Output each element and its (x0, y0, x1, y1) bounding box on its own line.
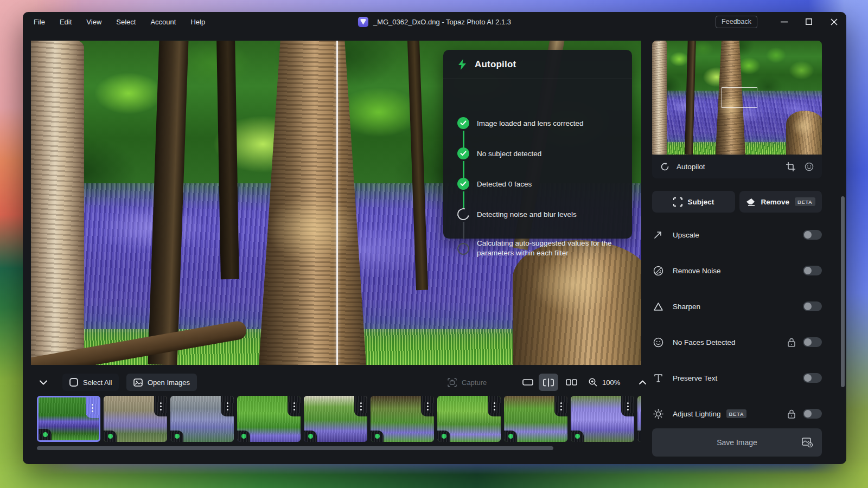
select-all-label: Select All (83, 378, 112, 387)
step-label: Image loaded and lens corrected (477, 119, 626, 129)
menu-account[interactable]: Account (150, 18, 176, 26)
face-detect-icon[interactable] (805, 162, 814, 171)
thumbnail-1-selected[interactable] (37, 396, 100, 442)
filmstrip-collapse-button[interactable] (34, 374, 53, 391)
zoom-control[interactable]: 100% (589, 374, 620, 391)
open-images-button[interactable]: Open Images (126, 374, 197, 391)
thumbnail-6[interactable] (371, 396, 434, 442)
app-window: File Edit View Select Account Help _MG_0… (23, 12, 846, 464)
thumbnail-menu-icon[interactable] (554, 396, 567, 416)
image-icon (133, 378, 143, 387)
crop-icon[interactable] (786, 162, 795, 171)
filter-row-adjust-lighting: Adjust Lighting BETA (652, 396, 822, 432)
menu-view[interactable]: View (86, 18, 101, 26)
thumbnail-9[interactable] (571, 396, 634, 442)
photo-canvas[interactable]: Autopilot Image loaded and lens correcte… (31, 41, 641, 365)
step-spinner-icon (455, 206, 471, 222)
remove-button[interactable]: Remove BETA (739, 191, 822, 213)
menu-help[interactable]: Help (190, 18, 205, 26)
view-mode-split-button[interactable] (539, 374, 558, 391)
sharpen-toggle[interactable] (803, 301, 822, 311)
thumbnail-10[interactable] (637, 396, 641, 442)
thumbnail-menu-icon[interactable] (421, 396, 434, 416)
view-mode-side-by-side-button[interactable] (561, 374, 581, 391)
thumbnail-menu-icon[interactable] (221, 396, 234, 416)
save-image-icon (802, 438, 813, 447)
minimize-button[interactable] (771, 12, 796, 31)
subject-brackets-icon (673, 197, 682, 207)
capture-label: Capture (462, 378, 487, 387)
thumbnail-status-dot (504, 431, 517, 442)
filter-row-face-recovery: No Faces Detected (652, 324, 822, 360)
zoom-menu-button[interactable] (634, 374, 650, 391)
preserve-text-toggle[interactable] (803, 373, 822, 383)
open-images-label: Open Images (148, 378, 190, 387)
step-done-icon (457, 117, 469, 129)
thumbnail-menu-icon[interactable] (354, 396, 367, 416)
filter-row-upscale: Upscale (652, 217, 822, 253)
subject-button-label: Subject (688, 198, 714, 206)
filmstrip-scrollbar[interactable] (37, 446, 553, 450)
thumbnail-menu-icon[interactable] (621, 396, 634, 416)
sun-icon (652, 409, 664, 419)
thumbnail-7[interactable] (437, 396, 501, 442)
upscale-toggle[interactable] (803, 230, 822, 240)
thumbnail-status-dot (571, 431, 584, 442)
compare-split-handle[interactable] (336, 41, 338, 365)
window-title: _MG_0362_DxO.dng - Topaz Photo AI 2.1.3 (373, 18, 511, 26)
refresh-icon[interactable] (660, 162, 669, 171)
thumbnail-menu-icon[interactable] (154, 396, 167, 416)
topaz-logo-icon (358, 17, 368, 27)
thumbnail-3[interactable] (170, 396, 234, 442)
zoom-value: 100% (602, 378, 620, 387)
thumbnail-4[interactable] (237, 396, 301, 442)
select-all-button[interactable]: Select All (62, 374, 119, 391)
feedback-button[interactable]: Feedback (716, 16, 757, 28)
sharpen-icon (652, 302, 664, 311)
subject-button[interactable]: Subject (652, 191, 735, 213)
face-recovery-toggle[interactable] (803, 337, 822, 347)
noise-icon (652, 266, 664, 276)
thumbnail-menu-icon[interactable] (288, 396, 301, 416)
menu-select[interactable]: Select (116, 18, 136, 26)
tree-trunk (31, 41, 84, 365)
autopilot-bar: Autopilot (652, 155, 822, 178)
thumbnail-status-dot (104, 431, 117, 442)
view-mode-single-button[interactable] (518, 374, 538, 391)
lightning-bolt-icon (458, 59, 467, 70)
sidebar-scrollbar[interactable] (841, 196, 845, 387)
menu-file[interactable]: File (34, 18, 45, 26)
menu-edit[interactable]: Edit (60, 18, 72, 26)
beta-badge: BETA (726, 409, 747, 418)
adjust-lighting-toggle[interactable] (803, 409, 822, 419)
close-button[interactable] (821, 12, 846, 31)
step-label: Calculating auto-suggested values for th… (477, 239, 626, 258)
thumbnail-menu-icon[interactable] (86, 397, 99, 418)
capture-icon (448, 378, 457, 387)
navigator-viewport-rect[interactable] (722, 87, 757, 108)
single-view-icon (522, 379, 533, 386)
thumbnail-menu-icon[interactable] (488, 396, 501, 416)
capture-button[interactable]: Capture (448, 374, 487, 391)
step-label: No subject detected (477, 149, 626, 159)
thumbnail-8[interactable] (504, 396, 567, 442)
filter-label: Remove Noise (673, 267, 721, 275)
navigator-preview[interactable] (652, 41, 822, 155)
thumbnail-2[interactable] (104, 396, 167, 442)
filter-list: Upscale Remove Noise (652, 217, 822, 432)
thumbnail-status-dot (237, 431, 250, 442)
thumbnail-5[interactable] (304, 396, 367, 442)
step-label: Detecting noise and blur levels (477, 210, 626, 220)
thumbnail-status-dot (304, 431, 317, 442)
filter-label: Preserve Text (673, 374, 717, 382)
save-image-button[interactable]: Save Image (652, 428, 822, 457)
step-done-icon (457, 147, 469, 159)
maximize-button[interactable] (796, 12, 821, 31)
split-view-icon (542, 378, 554, 387)
tree-trunk (513, 240, 641, 365)
lock-icon (788, 338, 795, 347)
lock-icon (788, 409, 795, 419)
autopilot-progress-panel: Autopilot Image loaded and lens correcte… (443, 50, 632, 239)
select-all-checkbox[interactable] (69, 378, 78, 387)
remove-noise-toggle[interactable] (803, 266, 822, 275)
